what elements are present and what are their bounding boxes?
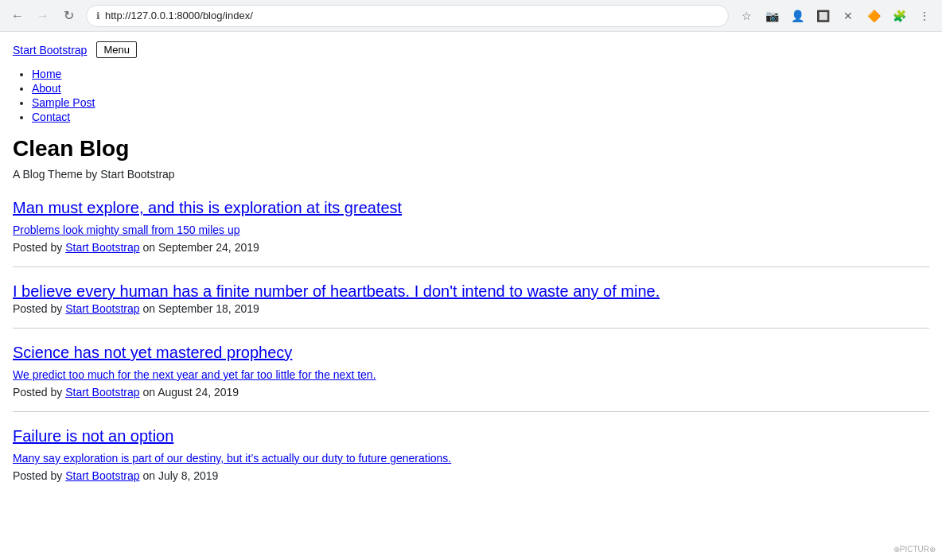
post-author-link-4[interactable]: Start Bootstrap	[65, 469, 139, 482]
page-title: Clean Blog	[13, 136, 929, 161]
post-item: I believe every human has a finite numbe…	[13, 280, 929, 329]
post-item: Man must explore, and this is exploratio…	[13, 196, 929, 267]
post-meta-3: Posted by Start Bootstrap on August 24, …	[13, 386, 929, 399]
screenshot-icon[interactable]: 📷	[761, 5, 783, 27]
post-author-link-1[interactable]: Start Bootstrap	[65, 241, 139, 254]
posts-list: Man must explore, and this is exploratio…	[13, 196, 929, 495]
nav-list: Home About Sample Post Contact	[13, 68, 929, 123]
page-content: Start Bootstrap Menu Home About Sample P…	[0, 32, 942, 514]
post-link-1[interactable]: Man must explore, and this is exploratio…	[13, 199, 402, 216]
browser-chrome: ← → ↻ ℹ http://127.0.0.1:8000/blog/index…	[0, 0, 942, 32]
nav-buttons: ← → ↻	[6, 5, 80, 27]
forward-button[interactable]: →	[32, 5, 54, 27]
extension-icon-2[interactable]: ✕	[837, 5, 859, 27]
url-text: http://127.0.0.1:8000/blog/index/	[105, 10, 253, 21]
nav-item-home: Home	[32, 68, 929, 80]
post-subtitle-link-3[interactable]: We predict too much for the next year an…	[13, 368, 929, 381]
post-subtitle-link-4[interactable]: Many say exploration is part of our dest…	[13, 452, 929, 465]
nav-item-contact: Contact	[32, 111, 929, 123]
post-date-3: August 24, 2019	[158, 386, 239, 399]
post-item: Failure is not an option Many say explor…	[13, 425, 929, 495]
post-author-link-3[interactable]: Start Bootstrap	[65, 386, 139, 399]
post-item: Science has not yet mastered prophecy We…	[13, 341, 929, 412]
navbar-brand[interactable]: Start Bootstrap	[13, 44, 87, 56]
menu-button[interactable]: Menu	[96, 41, 137, 58]
post-date-4: July 8, 2019	[158, 469, 219, 482]
post-title-4: Failure is not an option	[13, 425, 929, 447]
post-date-1: September 24, 2019	[158, 241, 259, 254]
post-link-4[interactable]: Failure is not an option	[13, 427, 173, 445]
post-link-2[interactable]: I believe every human has a finite numbe…	[13, 282, 660, 300]
nav-link-contact[interactable]: Contact	[32, 111, 70, 123]
nav-link-about[interactable]: About	[32, 82, 61, 95]
lock-icon: ℹ	[96, 10, 100, 21]
post-meta-2: Posted by Start Bootstrap on September 1…	[13, 302, 929, 315]
menu-dots-icon[interactable]: ⋮	[913, 5, 936, 27]
extension-icon-3[interactable]: 🔶	[862, 5, 885, 27]
post-author-link-2[interactable]: Start Bootstrap	[65, 302, 139, 315]
post-title-2: I believe every human has a finite numbe…	[13, 280, 929, 302]
nav-link-sample-post[interactable]: Sample Post	[32, 96, 95, 109]
back-button[interactable]: ←	[6, 5, 29, 27]
profile-icon[interactable]: 👤	[786, 5, 808, 27]
nav-item-sample-post: Sample Post	[32, 96, 929, 109]
address-bar[interactable]: ℹ http://127.0.0.1:8000/blog/index/	[86, 5, 729, 27]
post-title-1: Man must explore, and this is exploratio…	[13, 196, 929, 219]
nav-item-about: About	[32, 82, 929, 95]
toolbar-icons: ☆ 📷 👤 🔲 ✕ 🔶 🧩 ⋮	[735, 5, 936, 27]
post-subtitle-3: We predict too much for the next year an…	[13, 368, 929, 381]
post-date-2: September 18, 2019	[158, 302, 259, 315]
post-subtitle-1: Problems look mighty small from 150 mile…	[13, 224, 929, 236]
nav-link-home[interactable]: Home	[32, 68, 61, 80]
post-meta-1: Posted by Start Bootstrap on September 2…	[13, 241, 929, 254]
extension-icon-4[interactable]: 🧩	[888, 5, 910, 27]
post-subtitle-link-1[interactable]: Problems look mighty small from 150 mile…	[13, 224, 929, 236]
bookmarks-icon[interactable]: ☆	[735, 5, 757, 27]
post-title-3: Science has not yet mastered prophecy	[13, 341, 929, 364]
navbar: Start Bootstrap Menu	[13, 38, 929, 61]
post-link-3[interactable]: Science has not yet mastered prophecy	[13, 344, 292, 361]
post-meta-4: Posted by Start Bootstrap on July 8, 201…	[13, 469, 929, 482]
post-subtitle-4: Many say exploration is part of our dest…	[13, 452, 929, 465]
extension-icon-1[interactable]: 🔲	[812, 5, 834, 27]
reload-button[interactable]: ↻	[57, 5, 80, 27]
page-subtitle: A Blog Theme by Start Bootstrap	[13, 168, 929, 181]
